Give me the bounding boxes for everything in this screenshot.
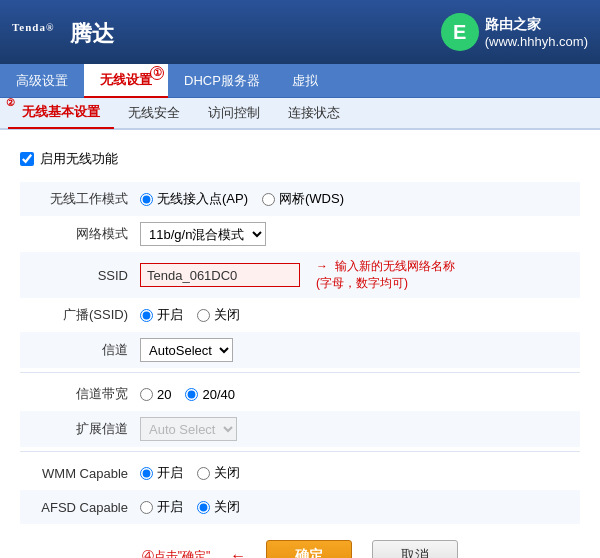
broadcast-on[interactable]: 开启 <box>140 306 183 324</box>
afsd-on[interactable]: 开启 <box>140 498 183 516</box>
header: Tenda® 腾达 E 路由之家 (www.hhhyh.com) <box>0 0 600 64</box>
broadcast-off-radio[interactable] <box>197 309 210 322</box>
top-nav-dhcp[interactable]: DHCP服务器 <box>168 64 276 98</box>
work-mode-ap-radio[interactable] <box>140 193 153 206</box>
afsd-on-radio[interactable] <box>140 501 153 514</box>
ext-channel-control: Auto Select <box>140 417 580 441</box>
enable-wireless-label[interactable]: 启用无线功能 <box>40 150 118 168</box>
ssid-input[interactable] <box>140 263 300 287</box>
work-mode-ap[interactable]: 无线接入点(AP) <box>140 190 248 208</box>
sub-nav-basic[interactable]: 无线基本设置 ② <box>8 97 114 129</box>
wmm-on-radio[interactable] <box>140 467 153 480</box>
sub-nav-status[interactable]: 连接状态 <box>274 98 354 128</box>
cancel-button[interactable]: 取消 <box>372 540 458 558</box>
sub-nav-security[interactable]: 无线安全 <box>114 98 194 128</box>
afsd-off[interactable]: 关闭 <box>197 498 240 516</box>
wmm-row: WMM Capable 开启 关闭 <box>20 456 580 490</box>
logo-chinese-text: 腾达 <box>70 21 114 46</box>
channel-select[interactable]: AutoSelect 1234 5678 910111213 <box>140 338 233 362</box>
bandwidth-label: 信道带宽 <box>20 385 140 403</box>
wmm-off-radio[interactable] <box>197 467 210 480</box>
ext-channel-row: 扩展信道 Auto Select <box>20 411 580 447</box>
site-icon: E <box>441 13 479 51</box>
work-mode-row: 无线工作模式 无线接入点(AP) 网桥(WDS) <box>20 182 580 216</box>
site-name: 路由之家 <box>485 16 588 34</box>
afsd-off-radio[interactable] <box>197 501 210 514</box>
broadcast-row: 广播(SSID) 开启 关闭 <box>20 298 580 332</box>
ssid-control: 输入新的无线网络名称 (字母，数字均可) <box>140 258 580 292</box>
channel-control: AutoSelect 1234 5678 910111213 <box>140 338 580 362</box>
afsd-control: 开启 关闭 <box>140 498 580 516</box>
confirm-button[interactable]: 确定 <box>266 540 352 558</box>
step1-marker: ① <box>150 66 164 80</box>
bandwidth-20-40-radio[interactable] <box>185 388 198 401</box>
logo-right: E 路由之家 (www.hhhyh.com) <box>441 13 588 51</box>
content-area: 启用无线功能 无线工作模式 无线接入点(AP) 网桥(WDS) 网络模式 11b… <box>0 130 600 558</box>
channel-label: 信道 <box>20 341 140 359</box>
channel-row: 信道 AutoSelect 1234 5678 910111213 <box>20 332 580 368</box>
broadcast-off[interactable]: 关闭 <box>197 306 240 324</box>
wmm-control: 开启 关闭 <box>140 464 580 482</box>
sub-nav: 无线基本设置 ② 无线安全 访问控制 连接状态 <box>0 98 600 130</box>
network-mode-control: 11b/g/n混合模式 11b模式 11g模式 11n模式 <box>140 222 580 246</box>
enable-wireless-checkbox[interactable] <box>20 152 34 166</box>
work-mode-control: 无线接入点(AP) 网桥(WDS) <box>140 190 580 208</box>
bandwidth-20-40[interactable]: 20/40 <box>185 387 235 402</box>
ssid-label: SSID <box>20 268 140 283</box>
top-nav-advanced[interactable]: 高级设置 <box>0 64 84 98</box>
step2-marker: ② <box>6 97 15 108</box>
wmm-label: WMM Capable <box>20 466 140 481</box>
broadcast-control: 开启 关闭 <box>140 306 580 324</box>
enable-wireless-row: 启用无线功能 <box>20 146 580 172</box>
wmm-on[interactable]: 开启 <box>140 464 183 482</box>
top-nav-wireless[interactable]: 无线设置 ① <box>84 64 168 98</box>
work-mode-wds[interactable]: 网桥(WDS) <box>262 190 344 208</box>
tenda-logo-text: Tenda® <box>12 16 62 47</box>
broadcast-on-radio[interactable] <box>140 309 153 322</box>
work-mode-label: 无线工作模式 <box>20 190 140 208</box>
arrow-confirm: ← <box>230 547 246 558</box>
ssid-annotation: 输入新的无线网络名称 (字母，数字均可) <box>316 258 455 292</box>
wmm-off[interactable]: 关闭 <box>197 464 240 482</box>
top-nav-virtual[interactable]: 虚拟 <box>276 64 334 98</box>
bandwidth-control: 20 20/40 <box>140 387 580 402</box>
bandwidth-row: 信道带宽 20 20/40 <box>20 377 580 411</box>
sub-nav-access[interactable]: 访问控制 <box>194 98 274 128</box>
broadcast-label: 广播(SSID) <box>20 306 140 324</box>
top-nav: 高级设置 无线设置 ① DHCP服务器 虚拟 <box>0 64 600 98</box>
bandwidth-20-radio[interactable] <box>140 388 153 401</box>
step4-label: ④点击"确定" <box>142 548 211 559</box>
ext-channel-label: 扩展信道 <box>20 420 140 438</box>
logo-tenda: Tenda® 腾达 <box>12 16 114 49</box>
network-mode-select[interactable]: 11b/g/n混合模式 11b模式 11g模式 11n模式 <box>140 222 266 246</box>
network-mode-row: 网络模式 11b/g/n混合模式 11b模式 11g模式 11n模式 <box>20 216 580 252</box>
afsd-label: AFSD Capable <box>20 500 140 515</box>
ext-channel-select: Auto Select <box>140 417 237 441</box>
bandwidth-20[interactable]: 20 <box>140 387 171 402</box>
ssid-row: SSID 输入新的无线网络名称 (字母，数字均可) <box>20 252 580 298</box>
work-mode-wds-radio[interactable] <box>262 193 275 206</box>
button-row: ④点击"确定" ← 确定 取消 <box>20 524 580 558</box>
site-url: (www.hhhyh.com) <box>485 34 588 49</box>
site-info: 路由之家 (www.hhhyh.com) <box>485 16 588 49</box>
network-mode-label: 网络模式 <box>20 225 140 243</box>
afsd-row: AFSD Capable 开启 关闭 <box>20 490 580 524</box>
